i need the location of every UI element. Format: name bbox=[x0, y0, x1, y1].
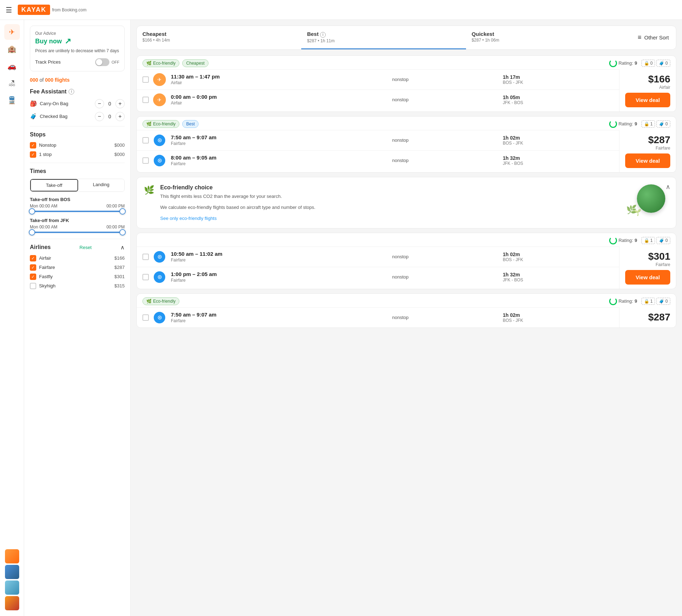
one-stop-checkbox[interactable]: ✓ bbox=[30, 151, 36, 158]
card2-fairfare-logo-1: ⊛ bbox=[153, 134, 166, 147]
track-prices-toggle[interactable]: OFF bbox=[95, 58, 119, 66]
card3-view-deal-button[interactable]: View deal bbox=[625, 270, 670, 285]
eco-only-link[interactable]: See only eco-friendly flights bbox=[160, 216, 217, 221]
tab-best[interactable]: Best i $287 • 1h 11m bbox=[301, 26, 466, 49]
thumbnail-3[interactable] bbox=[5, 580, 19, 595]
nonstop-label: Nonstop bbox=[39, 142, 56, 148]
main-layout: ✈ 🏨 🚗 🏖 🚆 Our Advice Buy now ↗ Prices ar… bbox=[24, 20, 682, 616]
sidebar-icon-hotels[interactable]: 🏨 bbox=[4, 41, 20, 57]
tab-cheapest[interactable]: Cheapest $166 • 4h 14m bbox=[137, 26, 301, 49]
sidebar-icon-trains[interactable]: 🚆 bbox=[4, 92, 20, 108]
airline-skyhigh-row: Skyhigh $315 bbox=[30, 283, 125, 289]
card1-flight2-time-range: 0:00 am – 0:00 pm bbox=[171, 94, 392, 100]
eco-info-box: 🌿 Eco-friendly choice This flight emits … bbox=[136, 177, 676, 228]
fastfly-checkbox[interactable]: ✓ bbox=[30, 274, 36, 280]
bos-time-values: Mon 00:00 AM 00:00 PM bbox=[30, 204, 125, 209]
carry-on-minus-button[interactable]: − bbox=[95, 99, 104, 108]
cheapest-badge-1: Cheapest bbox=[182, 59, 208, 67]
globe-leaf2-icon: 🌱 bbox=[633, 209, 641, 216]
card3-flight1-time-range: 10:50 am – 11:02 am bbox=[171, 251, 392, 257]
filter-panel: Our Advice Buy now ↗ Prices are unlikely… bbox=[24, 20, 131, 616]
bos-time-slider[interactable] bbox=[30, 211, 125, 212]
thumbnail-4[interactable] bbox=[5, 596, 19, 610]
card2-carry-on-bag: 🔒 1 bbox=[642, 120, 655, 128]
card1-airfair-logo-1: ✈ bbox=[153, 73, 166, 86]
tab-landing[interactable]: Landing bbox=[78, 179, 125, 191]
airfair-price: $166 bbox=[114, 255, 125, 261]
card1-flight2-checkbox[interactable] bbox=[142, 97, 149, 103]
skyhigh-checkbox[interactable] bbox=[30, 283, 36, 289]
bos-start-time: Mon 00:00 AM bbox=[30, 204, 57, 209]
card1-flight-1: ✈ 11:30 am – 1:47 pm Airfair nonstop 1h … bbox=[137, 69, 619, 90]
card2-view-deal-button[interactable]: View deal bbox=[625, 153, 670, 168]
fairfare-checkbox[interactable]: ✓ bbox=[30, 264, 36, 271]
card3-flight2-airline: Fairfare bbox=[171, 278, 392, 283]
fee-assistant-info-icon[interactable]: i bbox=[69, 89, 74, 94]
card4-flights-price: ⊛ 7:50 am – 9:07 am Fairfare nonstop 1h … bbox=[137, 307, 676, 328]
tab-quickest[interactable]: Quickest $287 • 1h 06m bbox=[466, 26, 630, 49]
card4-flight1-airline: Fairfare bbox=[171, 318, 392, 323]
checked-bag-row: 🧳 Checked Bag − 0 + bbox=[30, 112, 125, 121]
svg-text:⊛: ⊛ bbox=[157, 274, 162, 280]
card1-flight2-times: 0:00 am – 0:00 pm Airfair bbox=[171, 94, 392, 106]
lock-icon-3: 🔒 bbox=[644, 238, 649, 243]
tab-takeoff[interactable]: Take-off bbox=[30, 179, 78, 191]
track-prices-label: Track Prices bbox=[35, 59, 61, 65]
card4-rating: Rating: 9 bbox=[609, 297, 637, 305]
airlines-collapse-icon[interactable]: ∧ bbox=[120, 244, 125, 251]
card3-price-airline: Fairfare bbox=[656, 262, 670, 267]
card2-flight1-stop: nonstop bbox=[392, 137, 503, 143]
luggage-icon-2: 🧳 bbox=[659, 121, 664, 126]
airfair-checkbox[interactable]: ✓ bbox=[30, 255, 36, 261]
card4-carry-on-bag: 🔒 1 bbox=[642, 298, 655, 305]
card3-flight2-stop: nonstop bbox=[392, 274, 503, 280]
card3-bags: 🔒 1 🧳 0 bbox=[642, 237, 670, 244]
sort-tabs-bar: Cheapest $166 • 4h 14m Best i $287 • 1h … bbox=[136, 26, 676, 50]
checked-bag-plus-button[interactable]: + bbox=[115, 112, 125, 121]
card4-fairfare-logo: ⊛ bbox=[153, 311, 166, 324]
carry-on-plus-button[interactable]: + bbox=[115, 99, 125, 108]
thumbnail-2[interactable] bbox=[5, 565, 19, 579]
stop-1stop-row: ✓ 1 stop $000 bbox=[30, 151, 125, 158]
total-flights-link[interactable]: 000 flights bbox=[45, 77, 70, 83]
sidebar-icon-packages[interactable]: 🏖 bbox=[4, 75, 20, 91]
card2-flight1-duration: 1h 02m BOS - JFK bbox=[503, 135, 614, 146]
checked-bag-counter[interactable]: − 0 + bbox=[95, 112, 125, 121]
card3-flight2-time-range: 1:00 pm – 2:05 am bbox=[171, 271, 392, 277]
jfk-time-slider[interactable] bbox=[30, 232, 125, 233]
jfk-range-label: Take-off from JFK bbox=[30, 218, 125, 223]
thumbnail-1[interactable] bbox=[5, 549, 19, 563]
airlines-reset-button[interactable]: Reset bbox=[80, 245, 92, 250]
card4-checked-bag: 🧳 0 bbox=[656, 298, 670, 305]
sort-lines-icon: ≡ bbox=[638, 34, 642, 41]
sidebar-icon-cars[interactable]: 🚗 bbox=[4, 58, 20, 74]
airline-fairfare-row: ✓ Fairfare $287 bbox=[30, 264, 125, 271]
best-tab-info-icon[interactable]: i bbox=[320, 32, 326, 38]
nonstop-checkbox[interactable]: ✓ bbox=[30, 142, 36, 148]
jfk-end-time: 00:00 PM bbox=[107, 225, 125, 229]
card2-flight1-checkbox[interactable] bbox=[142, 137, 149, 144]
eco-info-collapse-icon[interactable]: ∧ bbox=[666, 183, 670, 191]
carry-on-counter[interactable]: − 0 + bbox=[95, 99, 125, 108]
card1-flight2-airline: Airfair bbox=[171, 101, 392, 106]
card1-flight1-checkbox[interactable] bbox=[142, 76, 149, 83]
card3-flight1-checkbox[interactable] bbox=[142, 254, 149, 260]
eco-info-title: Eco-friendly choice bbox=[160, 184, 669, 191]
card1-price-col: $166 Airfair View deal bbox=[619, 69, 676, 112]
card1-view-deal-button[interactable]: View deal bbox=[625, 93, 670, 107]
checked-bag-minus-button[interactable]: − bbox=[95, 112, 104, 121]
flight-card-1: 🌿 Eco-friendly Cheapest Rating: 9 🔒 0 bbox=[136, 55, 676, 112]
card1-flight1-times: 11:30 am – 1:47 pm Airfair bbox=[171, 74, 392, 85]
card4-flight1-checkbox[interactable] bbox=[142, 314, 149, 321]
card2-flight2-checkbox[interactable] bbox=[142, 157, 149, 164]
leaf-icon-1: 🌿 bbox=[146, 61, 152, 66]
hamburger-menu[interactable]: ☰ bbox=[6, 6, 12, 14]
other-sort-button[interactable]: ≡ Other Sort bbox=[630, 26, 676, 49]
card3-flights: ⊛ 10:50 am – 11:02 am Fairfare nonstop 1… bbox=[137, 247, 619, 289]
card1-bags: 🔒 0 🧳 0 bbox=[642, 60, 670, 67]
card3-flight2-checkbox[interactable] bbox=[142, 274, 149, 280]
card3-flight2-times: 1:00 pm – 2:05 am Fairfare bbox=[171, 271, 392, 283]
times-tabs: Take-off Landing bbox=[30, 179, 125, 192]
bos-range-label: Take-off from BOS bbox=[30, 197, 125, 202]
sidebar-icon-flights[interactable]: ✈ bbox=[4, 24, 20, 40]
